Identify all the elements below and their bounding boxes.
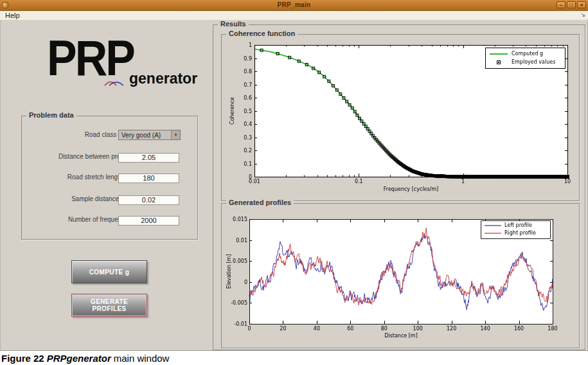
compute-g-button[interactable]: COMPUTE g [71,260,147,283]
prp-main-window: PRP_main – □ × Help ↘ PRP generator Prob… [0,0,588,365]
sample-distance-input[interactable] [118,195,179,205]
distance-between-profiles-input[interactable] [118,153,179,163]
problem-data-title: Problem data [26,111,76,119]
help-menu-item[interactable]: Help [3,12,22,19]
field-row-distance: Distance between profiles [m] [22,146,197,168]
field-row-frequencies: Number of frequencies [22,209,197,231]
field-row-road-class: Road class Very good (A) ▼ [22,124,197,146]
logo-text-sub: generator [129,70,197,87]
road-stretch-length-input[interactable] [118,174,179,183]
window-title: PRP_main [0,1,588,8]
results-panel: Results Coherence function Generated pro… [213,24,585,350]
caption-figure-label: Figure 22 [1,353,44,364]
close-button[interactable]: × [577,1,586,8]
prp-logo: PRP generator [47,33,208,97]
coherence-function-title: Coherence function [226,30,298,37]
number-of-frequencies-input[interactable] [118,216,179,226]
road-class-value: Very good (A) [119,132,171,139]
field-row-stretch: Road stretch length [m] [22,166,197,188]
maximize-button[interactable]: □ [567,1,576,8]
window-body: PRP generator Problem data Road class Ve… [0,20,588,350]
caption-rest: main window [114,353,170,364]
dock-arrow-icon[interactable]: ↘ [580,12,585,18]
coherence-function-panel: Coherence function [221,34,580,201]
coherence-plot-canvas [224,41,577,195]
window-controls: – □ × [557,1,586,8]
caption-app-name: PRPgenerator [47,353,111,364]
chevron-down-icon: ▼ [171,130,180,139]
problem-data-panel: Problem data Road class Very good (A) ▼ … [21,116,198,240]
generated-profiles-panel: Generated profiles [221,203,580,348]
figure-caption: Figure 22PRPgeneratormain window [1,353,169,364]
road-class-dropdown[interactable]: Very good (A) ▼ [118,130,181,140]
title-bar: PRP_main – □ × [0,0,588,11]
logo-wave-icon [103,78,130,87]
profiles-plot-canvas [224,210,577,344]
generated-profiles-title: Generated profiles [226,199,294,206]
field-row-sample: Sample distance [m] [22,188,197,210]
minimize-button[interactable]: – [557,1,566,8]
menu-bar: Help ↘ [0,11,588,21]
figure-caption-bar: Figure 22PRPgeneratormain window [0,350,588,365]
results-title: Results [218,20,249,28]
generate-profiles-button[interactable]: GENERATE PROFILES [71,294,147,317]
